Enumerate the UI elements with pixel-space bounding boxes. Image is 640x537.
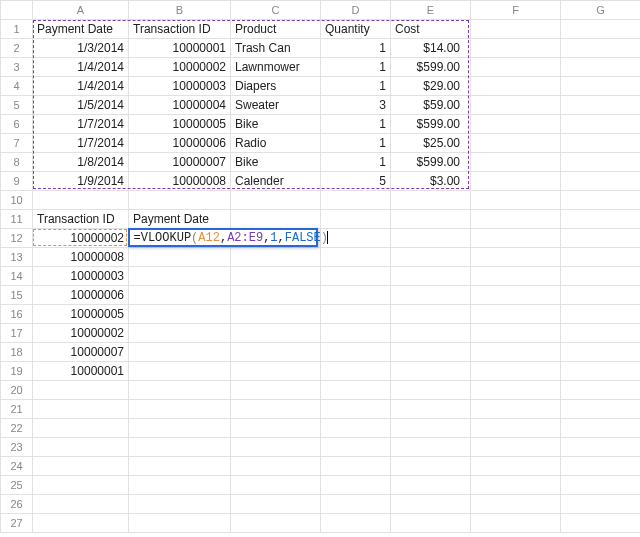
cell-F17[interactable] [471, 324, 561, 343]
cell-C4[interactable]: Diapers [231, 77, 321, 96]
col-header-A[interactable]: A [33, 1, 129, 20]
cell-E27[interactable] [391, 514, 471, 533]
cell-A26[interactable] [33, 495, 129, 514]
cell-E13[interactable] [391, 248, 471, 267]
row-header-8[interactable]: 8 [1, 153, 33, 172]
cell-C8[interactable]: Bike [231, 153, 321, 172]
cell-F13[interactable] [471, 248, 561, 267]
col-header-D[interactable]: D [321, 1, 391, 20]
cell-G4[interactable] [561, 77, 641, 96]
formula-edit-content[interactable]: =VLOOKUP(A12,A2:E9,1,FALSE) [131, 230, 331, 246]
col-header-E[interactable]: E [391, 1, 471, 20]
cell-A12[interactable]: 10000002 [33, 229, 129, 248]
cell-G17[interactable] [561, 324, 641, 343]
cell-F11[interactable] [471, 210, 561, 229]
cell-F5[interactable] [471, 96, 561, 115]
cell-A22[interactable] [33, 419, 129, 438]
cell-D14[interactable] [321, 267, 391, 286]
cell-B1[interactable]: Transaction ID [129, 20, 231, 39]
cell-C22[interactable] [231, 419, 321, 438]
cell-B4[interactable]: 10000003 [129, 77, 231, 96]
cell-C20[interactable] [231, 381, 321, 400]
cell-B14[interactable] [129, 267, 231, 286]
cell-C23[interactable] [231, 438, 321, 457]
cell-F15[interactable] [471, 286, 561, 305]
cell-G21[interactable] [561, 400, 641, 419]
cell-B8[interactable]: 10000007 [129, 153, 231, 172]
cell-B26[interactable] [129, 495, 231, 514]
cell-A20[interactable] [33, 381, 129, 400]
cell-E12[interactable] [391, 229, 471, 248]
row-header-6[interactable]: 6 [1, 115, 33, 134]
cell-B15[interactable] [129, 286, 231, 305]
cell-C11[interactable] [231, 210, 321, 229]
cell-D15[interactable] [321, 286, 391, 305]
cell-G9[interactable] [561, 172, 641, 191]
cell-C25[interactable] [231, 476, 321, 495]
cell-C6[interactable]: Bike [231, 115, 321, 134]
cell-D7[interactable]: 1 [321, 134, 391, 153]
cell-F3[interactable] [471, 58, 561, 77]
cell-G25[interactable] [561, 476, 641, 495]
cell-G11[interactable] [561, 210, 641, 229]
cell-E16[interactable] [391, 305, 471, 324]
cell-C19[interactable] [231, 362, 321, 381]
cell-E25[interactable] [391, 476, 471, 495]
cell-G8[interactable] [561, 153, 641, 172]
cell-D16[interactable] [321, 305, 391, 324]
cell-G2[interactable] [561, 39, 641, 58]
cell-F8[interactable] [471, 153, 561, 172]
cell-A6[interactable]: 1/7/2014 [33, 115, 129, 134]
cell-B7[interactable]: 10000006 [129, 134, 231, 153]
cell-C26[interactable] [231, 495, 321, 514]
grid[interactable]: A B C D E F G 1Payment DateTransaction I… [0, 0, 640, 533]
cell-D22[interactable] [321, 419, 391, 438]
cell-A11[interactable]: Transaction ID [33, 210, 129, 229]
row-header-20[interactable]: 20 [1, 381, 33, 400]
cell-E1[interactable]: Cost [391, 20, 471, 39]
cell-C2[interactable]: Trash Can [231, 39, 321, 58]
cell-A21[interactable] [33, 400, 129, 419]
cell-B13[interactable] [129, 248, 231, 267]
cell-G23[interactable] [561, 438, 641, 457]
cell-A10[interactable] [33, 191, 129, 210]
cell-A8[interactable]: 1/8/2014 [33, 153, 129, 172]
cell-F16[interactable] [471, 305, 561, 324]
cell-G20[interactable] [561, 381, 641, 400]
col-header-G[interactable]: G [561, 1, 641, 20]
cell-E14[interactable] [391, 267, 471, 286]
row-header-2[interactable]: 2 [1, 39, 33, 58]
cell-F14[interactable] [471, 267, 561, 286]
cell-A27[interactable] [33, 514, 129, 533]
cell-G18[interactable] [561, 343, 641, 362]
cell-C17[interactable] [231, 324, 321, 343]
cell-C13[interactable] [231, 248, 321, 267]
cell-A14[interactable]: 10000003 [33, 267, 129, 286]
cell-E23[interactable] [391, 438, 471, 457]
col-header-C[interactable]: C [231, 1, 321, 20]
row-header-21[interactable]: 21 [1, 400, 33, 419]
row-header-22[interactable]: 22 [1, 419, 33, 438]
cell-F2[interactable] [471, 39, 561, 58]
row-header-12[interactable]: 12 [1, 229, 33, 248]
cell-A4[interactable]: 1/4/2014 [33, 77, 129, 96]
cell-D23[interactable] [321, 438, 391, 457]
cell-D26[interactable] [321, 495, 391, 514]
cell-D12[interactable] [321, 229, 391, 248]
cell-C3[interactable]: Lawnmower [231, 58, 321, 77]
cell-A13[interactable]: 10000008 [33, 248, 129, 267]
cell-B11[interactable]: Payment Date [129, 210, 231, 229]
cell-E18[interactable] [391, 343, 471, 362]
cell-F7[interactable] [471, 134, 561, 153]
cell-D19[interactable] [321, 362, 391, 381]
spreadsheet[interactable]: A B C D E F G 1Payment DateTransaction I… [0, 0, 640, 533]
cell-G12[interactable] [561, 229, 641, 248]
cell-C15[interactable] [231, 286, 321, 305]
row-header-10[interactable]: 10 [1, 191, 33, 210]
cell-A25[interactable] [33, 476, 129, 495]
cell-A9[interactable]: 1/9/2014 [33, 172, 129, 191]
cell-A16[interactable]: 10000005 [33, 305, 129, 324]
cell-B16[interactable] [129, 305, 231, 324]
cell-E5[interactable]: $59.00 [391, 96, 471, 115]
cell-G27[interactable] [561, 514, 641, 533]
